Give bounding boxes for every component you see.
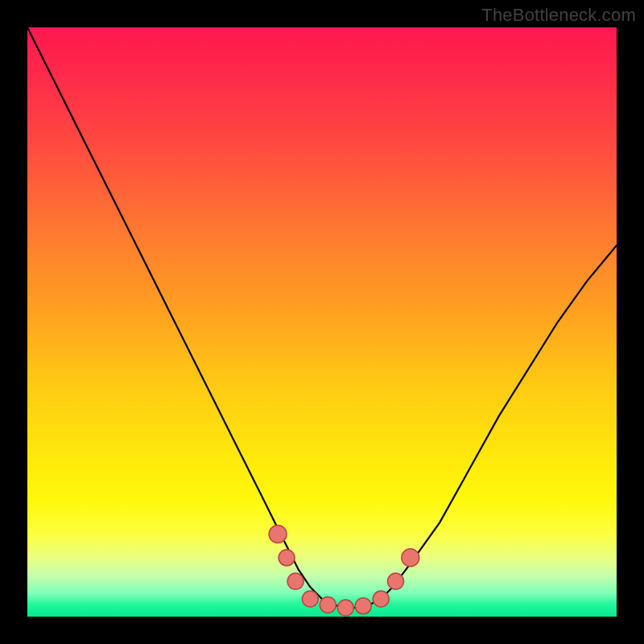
chart-marker <box>337 600 353 616</box>
chart-curve <box>27 27 617 608</box>
chart-svg <box>27 27 617 617</box>
chart-frame: TheBottleneck.com <box>0 0 644 644</box>
chart-marker <box>302 591 318 607</box>
chart-plot-area <box>27 27 617 617</box>
chart-markers <box>269 526 419 617</box>
chart-marker <box>279 550 295 566</box>
chart-marker <box>373 591 389 607</box>
chart-marker <box>402 549 419 567</box>
chart-marker <box>269 526 287 543</box>
chart-marker <box>287 573 303 589</box>
watermark-label: TheBottleneck.com <box>481 5 636 26</box>
chart-marker <box>355 598 371 614</box>
chart-marker <box>388 573 404 589</box>
chart-marker <box>320 597 336 613</box>
